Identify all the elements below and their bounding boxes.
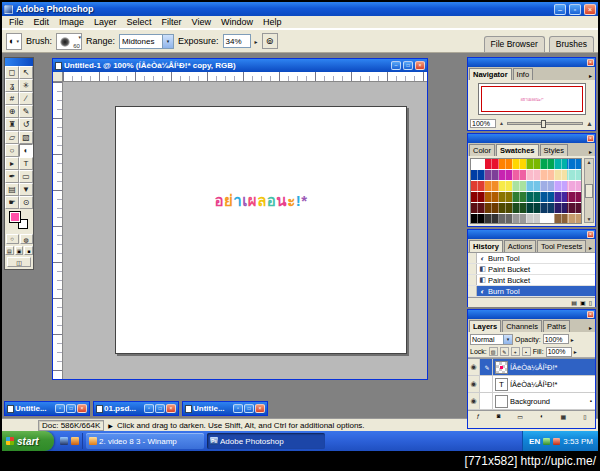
minimized-document[interactable]: 01.psd... ▫ □ × (93, 401, 179, 416)
fill-input[interactable]: 100% (546, 347, 572, 357)
palette-menu-icon[interactable]: ▸ (587, 72, 594, 80)
hand-tool[interactable]: ☛ (5, 196, 19, 209)
close-icon[interactable]: × (587, 311, 594, 318)
palette-menu-icon[interactable]: ▸ (587, 324, 594, 332)
navigator-zoom-value[interactable]: 100% (470, 119, 496, 128)
history-source-column[interactable] (468, 264, 477, 274)
new-layer-button[interactable]: ▦ (561, 413, 567, 420)
swatch-row[interactable] (471, 170, 581, 181)
menu-filter[interactable]: Filter (157, 17, 187, 27)
notes-tool[interactable]: ▤ (5, 183, 19, 196)
file-browser-tab[interactable]: File Browser (484, 36, 545, 52)
swatches-scrollbar[interactable]: ▲ ▼ (584, 158, 594, 223)
tab-color[interactable]: Color (469, 144, 495, 156)
swatch-row[interactable] (471, 159, 581, 170)
start-button[interactable]: start (2, 431, 54, 451)
layer-thumbnail[interactable] (495, 361, 508, 374)
tab-navigator[interactable]: Navigator (469, 68, 512, 80)
quickmask-mode-button[interactable]: ◍ (20, 234, 33, 244)
tab-info[interactable]: Info (513, 68, 534, 80)
tab-channels[interactable]: Channels (502, 320, 542, 332)
airbrush-toggle[interactable]: ⊚ (262, 33, 278, 49)
palette-menu-icon[interactable]: ▸ (587, 244, 594, 252)
scroll-down-icon[interactable]: ▼ (587, 216, 592, 222)
visibility-eye-icon[interactable]: ◉ (468, 376, 480, 392)
new-layer-set-button[interactable]: ▭ (517, 413, 523, 420)
close-button[interactable]: × (584, 4, 596, 15)
exposure-input[interactable]: 34% (223, 34, 251, 48)
history-source-column[interactable] (468, 286, 477, 296)
quick-launch-icon[interactable] (60, 437, 68, 445)
minimized-document[interactable]: Untitle... ▫ □ × (182, 401, 268, 416)
doc-maximize-button[interactable]: □ (66, 404, 76, 413)
new-doc-from-state-button[interactable]: ▤ (571, 299, 577, 306)
lock-all-button[interactable]: ▪ (522, 347, 531, 356)
restore-button[interactable]: ▫ (569, 4, 581, 15)
menu-image[interactable]: Image (54, 17, 89, 27)
tab-history[interactable]: History (469, 240, 503, 252)
navigator-zoom-slider[interactable] (507, 122, 583, 125)
screen-mode-menubar-button[interactable]: ▣ (15, 246, 24, 255)
swatch-row[interactable] (471, 214, 581, 224)
close-icon[interactable]: × (587, 231, 594, 238)
palette-titlebar[interactable]: × (468, 230, 595, 239)
swatch-row[interactable] (471, 181, 581, 192)
fill-slider-arrow-icon[interactable]: ▸ (574, 348, 577, 355)
history-item[interactable]: ◧ Paint Bucket (468, 275, 595, 286)
history-item[interactable]: ◐ Burn Tool (468, 253, 595, 264)
new-snapshot-button[interactable]: ▣ (580, 299, 586, 306)
toolbox-titlebar[interactable] (5, 58, 33, 66)
visibility-eye-icon[interactable]: ◉ (468, 359, 480, 375)
language-indicator[interactable]: EN (529, 437, 540, 446)
doc-restore-button[interactable]: ▫ (144, 404, 154, 413)
tray-icon[interactable] (553, 438, 560, 445)
swatch-grid[interactable] (470, 158, 582, 224)
eyedropper-tool[interactable]: ▼ (19, 183, 33, 196)
swatch-row[interactable] (471, 203, 581, 214)
exposure-slider-arrow-icon[interactable]: ▸ (255, 38, 258, 45)
delete-state-button[interactable]: ▯ (589, 299, 592, 306)
taskbar-item-winamp[interactable]: 2. video 8 3 - Winamp (86, 433, 204, 449)
layer-row[interactable]: ◉ Background ▪ (468, 393, 595, 410)
history-item-selected[interactable]: ◐ Burn Tool (468, 286, 595, 297)
lasso-tool[interactable]: ʓ (5, 79, 19, 92)
brushes-tab[interactable]: Brushes (549, 36, 594, 52)
tab-actions[interactable]: Actions (504, 240, 536, 252)
menu-select[interactable]: Select (122, 17, 157, 27)
eraser-tool[interactable]: ▱ (5, 131, 19, 144)
blur-tool[interactable]: ○ (5, 144, 19, 157)
layer-row[interactable]: ◉ T ÍÂèÒà¼ÅÍ¹Ð!* (468, 376, 595, 393)
doc-close-button[interactable]: × (415, 61, 425, 70)
magic-wand-tool[interactable]: ✳ (19, 79, 33, 92)
standard-mode-button[interactable]: ○ (6, 234, 19, 244)
doc-restore-button[interactable]: ▫ (233, 404, 243, 413)
add-layer-mask-button[interactable]: ◙ (497, 413, 501, 419)
foreground-color-swatch[interactable] (9, 211, 21, 223)
opacity-slider-arrow-icon[interactable]: ▸ (571, 336, 574, 343)
history-source-column[interactable] (468, 253, 477, 263)
menu-layer[interactable]: Layer (89, 17, 122, 27)
tab-tool-presets[interactable]: Tool Presets (537, 240, 586, 252)
range-select[interactable]: Midtones ▾ (119, 34, 174, 49)
doc-close-button[interactable]: × (255, 404, 265, 413)
clock[interactable]: 3:53 PM (563, 437, 593, 446)
doc-close-button[interactable]: × (77, 404, 87, 413)
lock-position-button[interactable]: + (511, 347, 520, 356)
layer-row-selected[interactable]: ◉ ✎ ÍÂèÒà¼ÅÍ¹Ð!* (468, 359, 595, 376)
scrollbar-thumb[interactable] (585, 184, 593, 198)
minimize-button[interactable]: – (554, 4, 566, 15)
palette-menu-icon[interactable]: ▸ (587, 148, 594, 156)
clone-stamp-tool[interactable]: ♜ (5, 118, 19, 131)
tool-preset-picker[interactable]: ◐ ▾ (6, 33, 22, 50)
palette-titlebar[interactable]: × (468, 58, 595, 67)
jump-to-imageready-button[interactable]: ◫ (7, 257, 31, 267)
quick-launch-icon[interactable] (71, 437, 79, 445)
brush-preset-picker[interactable]: 60 ▾ (56, 33, 82, 50)
zoom-tool[interactable]: ⊙ (19, 196, 33, 209)
type-tool[interactable]: T (19, 157, 33, 170)
history-item[interactable]: ◧ Paint Bucket (468, 264, 595, 275)
menu-edit[interactable]: Edit (29, 17, 55, 27)
palette-titlebar[interactable]: × (468, 134, 595, 143)
layer-thumbnail[interactable] (495, 395, 508, 408)
adjustment-layer-button[interactable]: ◐ (540, 413, 544, 419)
